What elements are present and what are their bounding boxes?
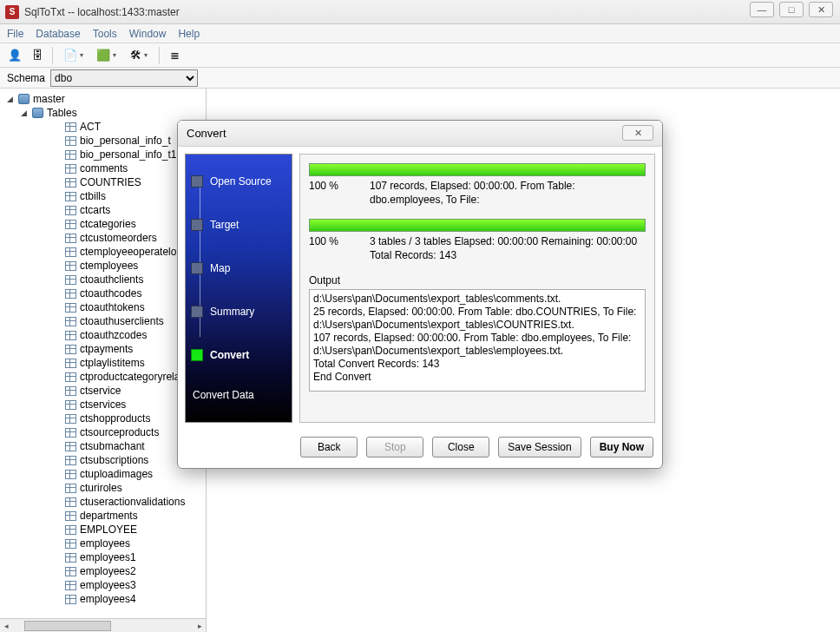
tree-table-item[interactable]: ctcarts xyxy=(2,203,204,217)
tree-table-item[interactable]: ctoauthuserclients xyxy=(2,314,204,328)
step-label: Summary xyxy=(210,306,254,318)
tree-table-item[interactable]: departments xyxy=(2,509,204,523)
tree-table-item[interactable]: ctsourceproducts xyxy=(2,425,204,439)
tree-table-item[interactable]: employees3 xyxy=(2,578,204,592)
menu-file[interactable]: File xyxy=(7,28,23,40)
tree-item-label: employees1 xyxy=(80,551,136,563)
tree-item-label: ctcarts xyxy=(80,204,110,216)
toolbar-btn-4[interactable]: 🟩 xyxy=(91,46,121,65)
tree-item-label: ctemployeeoperatelogs xyxy=(80,246,187,258)
tree-table-item[interactable]: employees4 xyxy=(2,592,204,606)
tree-table-item[interactable]: ctoauthzcodes xyxy=(2,328,204,342)
wizard-steps-panel: Open SourceTargetMapSummaryConvert Conve… xyxy=(185,154,292,423)
tree-table-item[interactable]: employees2 xyxy=(2,564,204,578)
tree-item-label: ctcustomeorders xyxy=(80,232,157,244)
table-icon xyxy=(64,385,76,396)
tree-table-item[interactable]: ctshopproducts xyxy=(2,411,204,425)
dialog-close-button[interactable]: ✕ xyxy=(622,125,653,141)
tree-table-item[interactable]: ctservice xyxy=(2,384,204,398)
tree-table-item[interactable]: ctbills xyxy=(2,189,204,203)
table-icon xyxy=(64,302,76,313)
schema-select[interactable]: dbo xyxy=(50,69,198,87)
tree-table-item[interactable]: COUNTRIES xyxy=(2,175,204,189)
output-line: d:\Users\pan\Documents\export_tables\com… xyxy=(313,293,641,306)
table-icon xyxy=(64,483,76,493)
tree-table-item[interactable]: ctemployees xyxy=(2,259,204,273)
tree-table-item[interactable]: ctservices xyxy=(2,398,204,411)
close-button[interactable]: Close xyxy=(432,437,489,458)
tree-table-item[interactable]: ctoauthtokens xyxy=(2,300,204,314)
step-label: Map xyxy=(210,262,230,274)
menu-window[interactable]: Window xyxy=(129,28,167,40)
save-session-button[interactable]: Save Session xyxy=(498,437,581,458)
tree-expander-icon[interactable]: ◢ xyxy=(5,95,14,103)
tree-expander-icon[interactable]: ◢ xyxy=(19,109,28,117)
maximize-button[interactable]: □ xyxy=(779,2,804,17)
tree-tables-group[interactable]: ◢Tables xyxy=(2,106,204,120)
toolbar-btn-6[interactable]: ≣ xyxy=(165,46,184,65)
wizard-step[interactable]: Summary xyxy=(191,302,286,321)
tree-table-item[interactable]: ctoauthcodes xyxy=(2,286,204,300)
tree-item-label: departments xyxy=(80,510,138,522)
menu-help[interactable]: Help xyxy=(178,28,200,40)
scroll-left-icon[interactable]: ◂ xyxy=(0,620,12,632)
back-button[interactable]: Back xyxy=(300,437,358,458)
table-icon xyxy=(64,413,76,424)
table-icon xyxy=(64,427,76,438)
tree-table-item[interactable]: bio_personal_info_t xyxy=(2,134,204,148)
toolbar-btn-5[interactable]: 🛠 xyxy=(124,46,154,65)
tree-table-item[interactable]: ctsubmachant xyxy=(2,439,204,453)
table-icon xyxy=(64,566,76,576)
toolbar-btn-1[interactable]: 👤 xyxy=(5,46,24,65)
toolbar-btn-3[interactable]: 📄 xyxy=(58,46,88,65)
table-icon xyxy=(64,177,76,188)
output-textarea[interactable]: d:\Users\pan\Documents\export_tables\com… xyxy=(309,289,646,392)
tree-root-database[interactable]: ◢master xyxy=(2,92,204,106)
progress-bar-current xyxy=(309,163,646,176)
menu-tools[interactable]: Tools xyxy=(93,28,117,40)
tree-item-label: ctpayments xyxy=(80,343,133,355)
sidebar-horizontal-scrollbar[interactable]: ◂ ▸ xyxy=(0,618,206,632)
table-icon xyxy=(64,260,76,271)
wizard-step[interactable]: Map xyxy=(191,259,286,278)
tree-table-item[interactable]: ctemployeeoperatelogs xyxy=(2,245,204,259)
tree-table-item[interactable]: ACT xyxy=(2,120,204,134)
tree-table-item[interactable]: bio_personal_info_t1 xyxy=(2,148,204,161)
tree-table-item[interactable]: employees1 xyxy=(2,550,204,564)
output-label: Output xyxy=(309,274,646,286)
dialog-title: Convert xyxy=(187,127,226,140)
dialog-titlebar: Convert ✕ xyxy=(178,121,662,147)
tree-item-label: bio_personal_info_t xyxy=(80,135,171,147)
scroll-right-icon[interactable]: ▸ xyxy=(194,620,206,632)
table-icon xyxy=(64,219,76,229)
minimize-button[interactable]: — xyxy=(750,2,774,17)
progress-total-pct: 100 % xyxy=(309,235,370,247)
tree-table-item[interactable]: ctplaylistitems xyxy=(2,356,204,370)
tree-table-item[interactable]: ctuploadimages xyxy=(2,467,204,481)
buy-now-button[interactable]: Buy Now xyxy=(590,437,653,458)
close-window-button[interactable]: ✕ xyxy=(809,2,833,17)
tree-item-label: cturiroles xyxy=(80,482,122,494)
tree-table-item[interactable]: ctcustomeorders xyxy=(2,231,204,245)
tree-table-item[interactable]: ctoauthclients xyxy=(2,273,204,286)
wizard-step[interactable]: Target xyxy=(191,215,286,234)
convert-dialog: Convert ✕ Open SourceTargetMapSummaryCon… xyxy=(177,120,663,469)
tree-table-item[interactable]: ctproductcategoryrelations xyxy=(2,370,204,384)
menu-database[interactable]: Database xyxy=(36,28,80,40)
tree-table-item[interactable]: ctsubscriptions xyxy=(2,453,204,467)
tree-table-item[interactable]: EMPLOYEE xyxy=(2,523,204,537)
tree-sidebar[interactable]: ◢master◢TablesACTbio_personal_info_tbio_… xyxy=(0,89,207,632)
scroll-thumb[interactable] xyxy=(24,621,111,631)
tree-table-item[interactable]: ctcategories xyxy=(2,217,204,231)
tree-table-item[interactable]: employees xyxy=(2,537,204,550)
tree-item-label: employees3 xyxy=(80,579,136,591)
tree-table-item[interactable]: ctpayments xyxy=(2,342,204,356)
toolbar-btn-2[interactable]: 🗄 xyxy=(28,46,47,65)
wizard-step[interactable]: Convert xyxy=(191,346,286,365)
tree-table-item[interactable]: comments xyxy=(2,161,204,175)
stop-button[interactable]: Stop xyxy=(366,437,423,458)
tree-item-label: ACT xyxy=(80,121,101,133)
tree-table-item[interactable]: cturiroles xyxy=(2,481,204,495)
wizard-step[interactable]: Open Source xyxy=(191,172,286,191)
tree-table-item[interactable]: ctuseractionvalidations xyxy=(2,495,204,509)
